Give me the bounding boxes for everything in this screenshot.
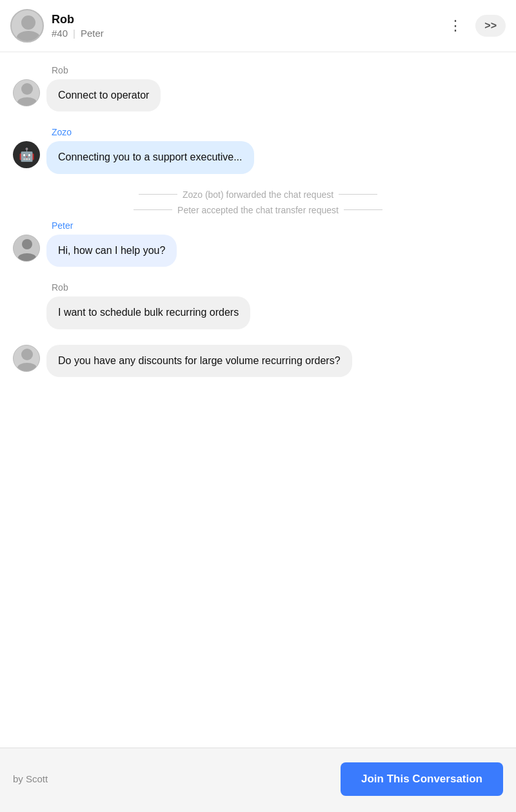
system-message-1: Zozo (bot) forwarded the chat request [13,189,503,200]
bubble-1: Connect to operator [46,79,161,111]
message-group-3: Peter Hi, how can I help you? [13,220,503,267]
sender-label-rob-1: Rob [52,65,503,75]
chat-area: Rob Connect to operator Zozo Connecting … [0,52,516,377]
user-avatar-header [10,9,44,43]
join-conversation-button[interactable]: Join This Conversation [341,762,503,796]
message-group-2: Zozo Connecting you to a support executi… [13,127,503,173]
message-row-1: Connect to operator [13,79,503,111]
rob-avatar-2 [13,345,40,372]
message-group-4: Rob I want to schedule bulk recurring or… [13,282,503,329]
more-options-button[interactable]: ⋮ [443,16,468,35]
bubble-4: I want to schedule bulk recurring orders [46,296,250,329]
conversation-id: #40 [52,28,68,39]
system-text-1: Zozo (bot) forwarded the chat request [183,189,333,200]
message-row-4: I want to schedule bulk recurring orders [13,296,503,329]
message-group-5: Do you have any discounts for large volu… [13,345,503,377]
message-row-2: Connecting you to a support executive... [13,141,503,173]
system-text-2: Peter accepted the chat transfer request [177,205,339,215]
chat-footer: by Scott Join This Conversation [0,748,516,812]
bubble-5: Do you have any discounts for large volu… [46,345,352,377]
header-actions: ⋮ >> [443,15,506,37]
bubble-3: Hi, how can I help you? [46,235,177,267]
sender-label-zozo: Zozo [52,127,503,137]
sender-label-peter: Peter [52,220,503,231]
agent-name-header: Peter [81,28,104,39]
header-divider: | [73,28,75,39]
peter-avatar [13,235,40,262]
system-message-2: Peter accepted the chat transfer request [13,205,503,215]
message-row-5: Do you have any discounts for large volu… [13,345,503,377]
sender-label-rob-2: Rob [52,282,503,293]
message-row-3: Hi, how can I help you? [13,235,503,267]
footer-by-label: by Scott [13,773,48,784]
rob-avatar-1 [13,79,40,106]
header-sub-info: #40 | Peter [52,28,443,39]
chat-header: Rob #40 | Peter ⋮ >> [0,0,516,52]
header-info: Rob #40 | Peter [52,13,443,39]
zozo-avatar [13,141,40,168]
bubble-2: Connecting you to a support executive... [46,141,254,173]
message-group-1: Rob Connect to operator [13,65,503,111]
expand-button[interactable]: >> [475,15,506,37]
header-user-name: Rob [52,13,443,26]
